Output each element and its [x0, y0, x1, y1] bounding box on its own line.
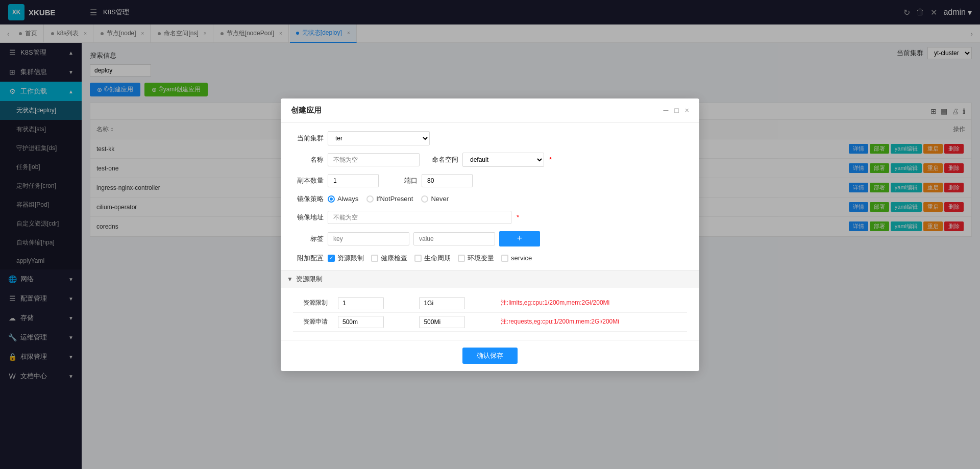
image-input[interactable]	[328, 211, 511, 224]
namespace-label: 命名空间	[428, 155, 458, 164]
name-group: 名称	[293, 153, 420, 166]
image-policy-row: 镜像策略 Always IfNotPresent Never	[293, 194, 687, 204]
check-lifecycle-box	[414, 255, 422, 262]
resource-request-mem-cell	[415, 312, 496, 331]
extra-config-group: 附加配置 ✓ 资源限制 健康检查 生命周期	[293, 254, 532, 263]
modal-footer: 确认保存	[281, 340, 699, 371]
check-service[interactable]: service	[501, 254, 532, 262]
resource-request-hint: 注:requests,eg:cpu:1/200m,mem:2Gi/200Mi	[501, 318, 619, 325]
resource-section-header: ▼ 资源限制	[281, 270, 699, 288]
check-resource-box: ✓	[328, 255, 335, 262]
radio-ifnotpresent-dot	[366, 195, 374, 203]
radio-never-dot	[421, 195, 428, 203]
resource-request-mem-input[interactable]	[419, 316, 465, 328]
modal-body: 当前集群 ter 名称 命名空间 default *	[281, 123, 699, 340]
cluster-group: 当前集群 ter	[293, 131, 430, 145]
modal-header-icons: ─ □ ×	[663, 106, 689, 114]
tag-value-input[interactable]	[413, 232, 495, 245]
cluster-row: 当前集群 ter	[293, 131, 687, 145]
replicas-label: 副本数量	[293, 176, 324, 185]
port-input[interactable]: 80	[422, 174, 473, 187]
extra-config-label: 附加配置	[293, 254, 324, 263]
resource-limit-label: 资源限制	[293, 294, 334, 313]
resource-limit-hint-cell: 注:limits,eg:cpu:1/200m,mem:2Gi/200Mi	[497, 294, 687, 313]
resource-request-label: 资源申请	[293, 312, 334, 331]
resource-limit-cpu-input[interactable]	[338, 297, 384, 309]
confirm-save-button[interactable]: 确认保存	[462, 348, 518, 364]
image-policy-label: 镜像策略	[293, 194, 324, 204]
modal-header: 创建应用 ─ □ ×	[281, 98, 699, 123]
namespace-required: *	[549, 156, 552, 163]
modal-overlay[interactable]: 创建应用 ─ □ × 当前集群 ter 名称	[0, 0, 980, 469]
port-label: 端口	[387, 176, 418, 185]
check-lifecycle[interactable]: 生命周期	[414, 254, 451, 263]
port-group: 端口 80	[387, 174, 473, 187]
radio-always-dot	[328, 195, 335, 203]
replicas-port-row: 副本数量 1 端口 80	[293, 174, 687, 187]
check-env[interactable]: 环境变量	[458, 254, 494, 263]
modal-close-icon[interactable]: ×	[685, 106, 689, 114]
resource-request-row: 资源申请 注:requests,eg:cpu:1/200m,mem:2Gi/20…	[293, 312, 687, 331]
replicas-group: 副本数量 1	[293, 174, 379, 187]
cluster-field-select[interactable]: ter	[328, 131, 430, 145]
resource-section-title: 资源限制	[296, 275, 323, 284]
extra-config-checkboxes: ✓ 资源限制 健康检查 生命周期 环境变量	[328, 254, 532, 263]
extra-config-row: 附加配置 ✓ 资源限制 健康检查 生命周期	[293, 254, 687, 263]
resource-request-cpu-input[interactable]	[338, 316, 384, 328]
check-env-box	[458, 255, 465, 262]
name-namespace-row: 名称 命名空间 default *	[293, 153, 687, 167]
namespace-select[interactable]: default	[462, 153, 544, 167]
check-resource[interactable]: ✓ 资源限制	[328, 254, 364, 263]
check-service-box	[501, 255, 508, 262]
image-label: 镜像地址	[293, 213, 324, 222]
resource-limit-mem-input[interactable]	[419, 297, 465, 309]
check-service-label: service	[511, 254, 532, 262]
cluster-field-label: 当前集群	[293, 134, 324, 143]
radio-ifnotpresent[interactable]: IfNotPresent	[366, 195, 413, 203]
image-address-group: 镜像地址 *	[293, 211, 519, 224]
resource-section-arrow: ▼	[287, 276, 293, 283]
check-health[interactable]: 健康检查	[371, 254, 407, 263]
resource-request-hint-cell: 注:requests,eg:cpu:1/200m,mem:2Gi/200Mi	[497, 312, 687, 331]
tag-label: 标签	[293, 234, 324, 243]
modal-minimize-icon[interactable]: ─	[663, 106, 668, 114]
image-address-row: 镜像地址 *	[293, 211, 687, 224]
radio-never[interactable]: Never	[421, 195, 449, 203]
replicas-input[interactable]: 1	[328, 174, 379, 187]
namespace-group: 命名空间 default *	[428, 153, 552, 167]
tag-row: 标签 +	[293, 231, 687, 246]
resource-limit-hint: 注:limits,eg:cpu:1/200m,mem:2Gi/200Mi	[501, 299, 609, 306]
resource-table: 资源限制 注:limits,eg:cpu:1/200m,mem:2Gi/200M…	[293, 294, 687, 332]
name-input[interactable]	[328, 153, 420, 166]
radio-always[interactable]: Always	[328, 195, 358, 203]
resource-limit-row: 资源限制 注:limits,eg:cpu:1/200m,mem:2Gi/200M…	[293, 294, 687, 313]
image-required: *	[517, 213, 519, 221]
tag-add-button[interactable]: +	[499, 231, 540, 246]
check-health-box	[371, 255, 378, 262]
resource-limit-mem-cell	[415, 294, 496, 313]
tag-inputs: +	[328, 231, 540, 246]
modal-maximize-icon[interactable]: □	[674, 106, 678, 114]
create-app-modal: 创建应用 ─ □ × 当前集群 ter 名称	[281, 98, 699, 371]
tag-group: 标签 +	[293, 231, 540, 246]
name-label: 名称	[293, 155, 324, 164]
image-policy-radio-group: Always IfNotPresent Never	[328, 195, 449, 203]
modal-title: 创建应用	[291, 106, 322, 115]
resource-limit-cpu-cell	[334, 294, 415, 313]
image-policy-group: 镜像策略 Always IfNotPresent Never	[293, 194, 449, 204]
tag-key-input[interactable]	[328, 232, 409, 245]
resource-request-cpu-cell	[334, 312, 415, 331]
